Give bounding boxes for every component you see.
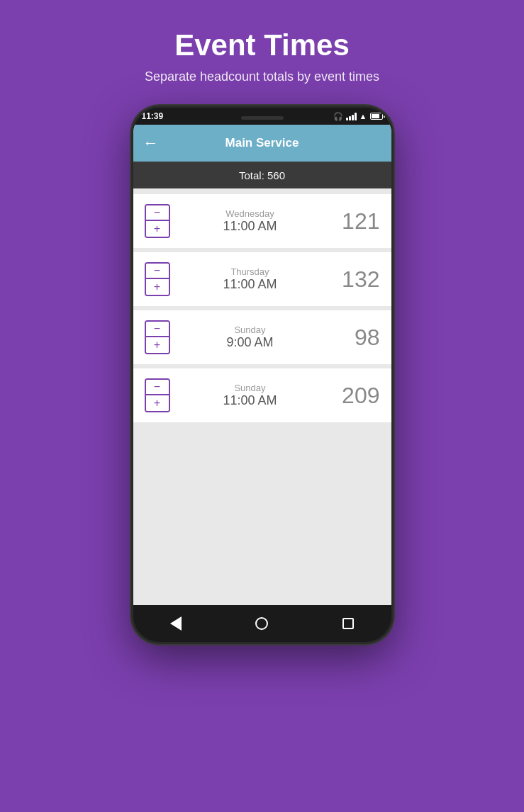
app-header: ← Main Service bbox=[133, 125, 391, 162]
phone-frame: 11:39 🎧 ▲ ← Main Service bbox=[131, 106, 394, 644]
total-bar: Total: 560 bbox=[133, 162, 391, 188]
event-item: − + Sunday 9:00 AM 98 bbox=[133, 310, 391, 364]
decrement-button-1[interactable]: − bbox=[146, 264, 169, 279]
event-time-block-3: Sunday 11:00 AM bbox=[180, 383, 320, 408]
app-header-title: Main Service bbox=[166, 136, 359, 150]
decrement-button-3[interactable]: − bbox=[146, 380, 169, 395]
event-day-0: Wednesday bbox=[180, 208, 320, 219]
increment-button-3[interactable]: + bbox=[146, 395, 169, 411]
status-icons: 🎧 ▲ bbox=[333, 112, 383, 121]
page-header: Event Times Separate headcount totals by… bbox=[130, 0, 394, 98]
event-item: − + Sunday 11:00 AM 209 bbox=[133, 368, 391, 422]
increment-button-0[interactable]: + bbox=[146, 221, 169, 237]
event-time-0: 11:00 AM bbox=[180, 219, 320, 234]
event-day-2: Sunday bbox=[180, 325, 320, 335]
increment-button-1[interactable]: + bbox=[146, 279, 169, 295]
back-button[interactable]: ← bbox=[143, 135, 159, 151]
event-count-3: 209 bbox=[330, 383, 380, 409]
app-content: ← Main Service Total: 560 − + Wednesday … bbox=[133, 125, 391, 605]
total-label: Total: 560 bbox=[239, 169, 285, 181]
stepper-2[interactable]: − + bbox=[145, 320, 170, 354]
event-count-0: 121 bbox=[330, 208, 380, 235]
decrement-button-2[interactable]: − bbox=[146, 322, 169, 337]
phone-bottom-nav bbox=[133, 605, 391, 642]
event-time-1: 11:00 AM bbox=[180, 277, 320, 292]
event-count-1: 132 bbox=[330, 266, 380, 293]
signal-bars-icon bbox=[346, 112, 357, 120]
nav-recents-button[interactable] bbox=[340, 615, 357, 632]
event-time-block-0: Wednesday 11:00 AM bbox=[180, 208, 320, 234]
increment-button-2[interactable]: + bbox=[146, 337, 169, 353]
nav-back-button[interactable] bbox=[167, 615, 184, 632]
event-time-3: 11:00 AM bbox=[180, 393, 320, 408]
event-time-2: 9:00 AM bbox=[180, 335, 320, 350]
event-day-3: Sunday bbox=[180, 383, 320, 393]
event-time-block-2: Sunday 9:00 AM bbox=[180, 325, 320, 350]
event-list: − + Wednesday 11:00 AM 121 − + Thursday … bbox=[133, 188, 391, 605]
event-item: − + Wednesday 11:00 AM 121 bbox=[133, 194, 391, 248]
event-count-2: 98 bbox=[330, 325, 380, 351]
stepper-1[interactable]: − + bbox=[145, 262, 170, 296]
headset-icon: 🎧 bbox=[333, 112, 343, 121]
wifi-icon: ▲ bbox=[359, 112, 367, 120]
decrement-button-0[interactable]: − bbox=[146, 205, 169, 221]
page-title: Event Times bbox=[145, 28, 379, 62]
status-time: 11:39 bbox=[142, 111, 164, 121]
event-day-1: Thursday bbox=[180, 266, 320, 277]
event-time-block-1: Thursday 11:00 AM bbox=[180, 266, 320, 292]
nav-home-button[interactable] bbox=[253, 615, 270, 632]
battery-icon bbox=[370, 113, 383, 120]
event-item: − + Thursday 11:00 AM 132 bbox=[133, 252, 391, 306]
stepper-0[interactable]: − + bbox=[145, 204, 170, 238]
phone-speaker bbox=[241, 116, 284, 120]
page-subtitle: Separate headcount totals by event times bbox=[145, 69, 379, 84]
stepper-3[interactable]: − + bbox=[145, 378, 170, 412]
